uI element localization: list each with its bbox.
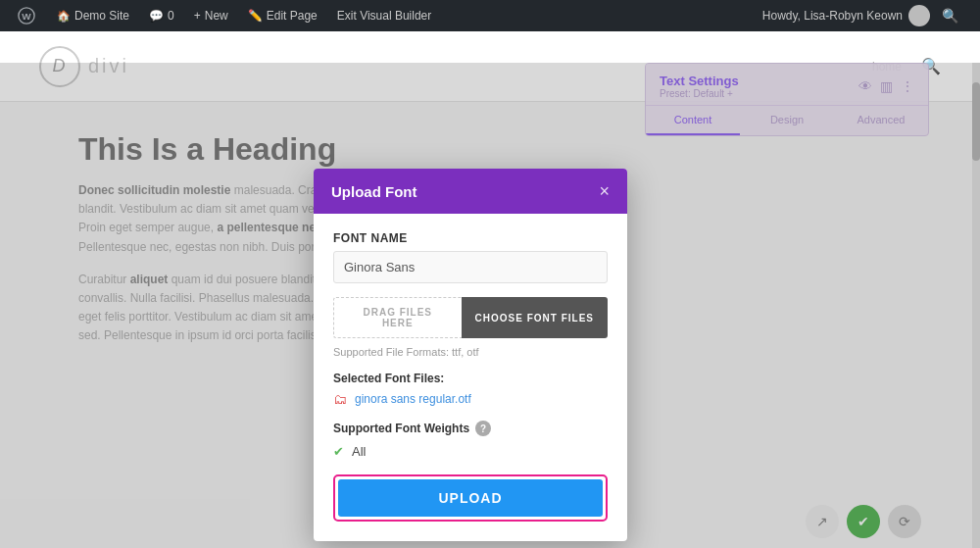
file-name: ginora sans regular.otf bbox=[355, 392, 471, 406]
page-background: D divi home 🔍 This Is a Heading Donec so… bbox=[0, 31, 980, 548]
check-icon: ✔ bbox=[333, 444, 344, 459]
drag-zone[interactable]: DRAG FILES HERE bbox=[333, 297, 462, 338]
wp-logo[interactable]: W bbox=[8, 0, 45, 31]
user-info: Howdy, Lisa-Robyn Keown 🔍 bbox=[762, 5, 972, 26]
svg-text:W: W bbox=[22, 11, 31, 22]
all-label: All bbox=[352, 444, 366, 459]
supported-formats: Supported File Formats: ttf, otf bbox=[333, 346, 608, 358]
comments-link[interactable]: 💬 0 bbox=[141, 0, 182, 31]
font-name-label: Font Name bbox=[333, 231, 608, 245]
dialog-title: Upload Font bbox=[331, 183, 416, 200]
font-weights-label: Supported Font Weights ? bbox=[333, 421, 608, 436]
exit-builder[interactable]: Exit Visual Builder bbox=[329, 0, 440, 31]
site-name[interactable]: 🏠 Demo Site bbox=[49, 0, 137, 31]
new-content[interactable]: + New bbox=[186, 0, 236, 31]
file-item: 🗂 ginora sans regular.otf bbox=[333, 391, 608, 407]
font-name-input[interactable] bbox=[333, 251, 608, 283]
help-icon[interactable]: ? bbox=[475, 421, 491, 436]
upload-font-dialog: Upload Font × Font Name DRAG FILES HERE … bbox=[314, 169, 627, 541]
avatar bbox=[908, 5, 930, 26]
close-icon[interactable]: × bbox=[599, 182, 610, 200]
upload-button[interactable]: Upload bbox=[338, 479, 603, 517]
file-icon: 🗂 bbox=[333, 391, 347, 407]
all-weights-checkbox: ✔ All bbox=[333, 444, 608, 459]
search-icon[interactable]: 🔍 bbox=[936, 8, 964, 24]
edit-page[interactable]: ✏️ Edit Page bbox=[240, 0, 325, 31]
dialog-body: Font Name DRAG FILES HERE CHOOSE FONT FI… bbox=[314, 214, 627, 541]
upload-btn-wrapper: Upload bbox=[333, 474, 608, 522]
dialog-header: Upload Font × bbox=[314, 169, 627, 214]
selected-label: Selected Font Files: bbox=[333, 372, 608, 385]
choose-font-files-button[interactable]: CHOOSE FONT FILES bbox=[462, 297, 608, 338]
admin-bar: W 🏠 Demo Site 💬 0 + New ✏️ Edit Page Exi… bbox=[0, 0, 980, 31]
upload-area: DRAG FILES HERE CHOOSE FONT FILES bbox=[333, 297, 608, 338]
